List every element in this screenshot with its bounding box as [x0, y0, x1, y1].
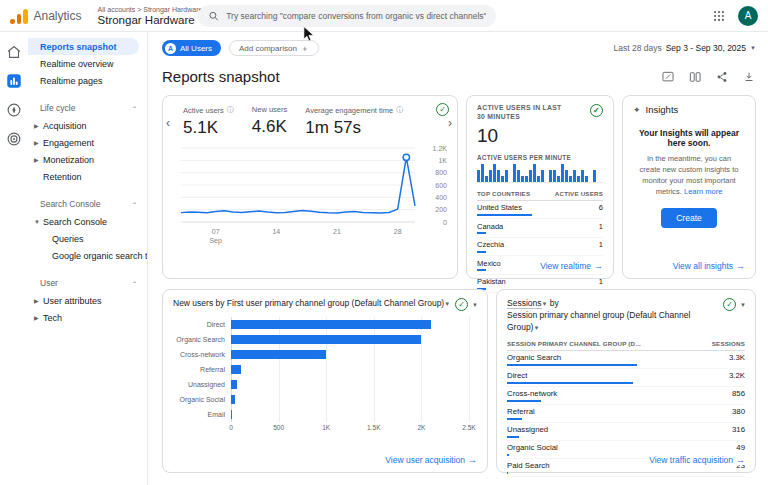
sidebar-item-realtime-pages[interactable]: Realtime pages — [28, 72, 147, 89]
google-analytics-logo-icon — [10, 8, 28, 24]
bar-row — [231, 377, 469, 392]
library-icon[interactable] — [688, 70, 702, 84]
explore-icon[interactable] — [4, 100, 24, 120]
chevron-right-icon[interactable]: ▶ — [34, 314, 43, 321]
chevron-up-icon[interactable]: ⌃ — [132, 201, 137, 208]
data-quality-check-icon[interactable]: ✓ — [436, 103, 449, 116]
key-metrics-card: ✓ ‹ › Active usersⓘ5.1KNew users4.6KAver… — [162, 95, 458, 279]
carousel-right-arrow[interactable]: › — [448, 116, 452, 130]
metric-selector[interactable]: New users — [173, 298, 213, 308]
sidebar-item-acquisition[interactable]: ▶Acquisition — [28, 117, 147, 134]
sidebar-item-user-attributes[interactable]: ▶User attributes — [28, 292, 147, 309]
all-users-chip[interactable]: A All Users — [162, 40, 221, 56]
date-range-preset: Last 28 days — [614, 43, 662, 53]
sidebar-item-label: Search Console — [43, 217, 107, 227]
channel-name: Direct — [507, 371, 633, 380]
chevron-down-icon[interactable]: ▼ — [472, 302, 478, 308]
active-users-30min-value: 10 — [477, 125, 603, 147]
info-icon[interactable]: ⓘ — [396, 105, 403, 115]
view-all-insights-link[interactable]: View all insights → — [673, 261, 745, 271]
sessions-by-text: by — [550, 298, 559, 308]
dimension-selector[interactable]: by First user primary channel group (Def… — [216, 298, 445, 308]
search-bar[interactable] — [198, 5, 496, 27]
svg-text:1.2K: 1.2K — [433, 145, 448, 152]
minute-bar — [529, 170, 532, 182]
bar-organic-search — [231, 335, 421, 344]
chevron-up-icon[interactable]: ⌃ — [132, 105, 137, 112]
insights-card: ✦ Insights Your Insights will appear her… — [622, 95, 756, 279]
create-insight-button[interactable]: Create — [661, 208, 717, 228]
chevron-down-icon[interactable]: ▼ — [740, 302, 746, 308]
sidebar-item-retention[interactable]: Retention — [28, 168, 147, 185]
country-cell: United States — [477, 203, 532, 216]
metric-label: Average engagement timeⓘ — [305, 105, 403, 115]
minute-bar — [553, 170, 556, 182]
metric-label-text: Average engagement time — [305, 106, 393, 115]
sidebar-item-label: Retention — [43, 172, 82, 182]
share-icon[interactable] — [715, 70, 729, 84]
chevron-up-icon[interactable]: ⌃ — [132, 280, 137, 287]
minute-bar — [585, 176, 588, 182]
data-quality-check-icon[interactable]: ✓ — [723, 298, 736, 311]
search-input[interactable] — [226, 11, 486, 21]
country-cell: Pakistan — [477, 277, 506, 290]
channel-name: Referral — [507, 407, 535, 416]
sidebar-item-realtime-overview[interactable]: Realtime overview — [28, 55, 147, 72]
sidebar-item-queries[interactable]: Queries — [28, 230, 147, 247]
active-users-line-chart: 02004006008001K1.2K07Sep142128 — [179, 142, 449, 248]
chevron-expanded-icon[interactable]: ▼ — [34, 219, 43, 225]
svg-text:Sep: Sep — [209, 237, 222, 245]
customize-report-icon[interactable] — [661, 70, 675, 84]
data-quality-check-icon[interactable]: ✓ — [455, 298, 468, 311]
add-comparison-chip[interactable]: Add comparison ＋ — [229, 40, 319, 56]
chevron-right-icon[interactable]: ▶ — [34, 139, 43, 146]
minute-bar — [561, 164, 564, 182]
sidebar-item-monetization[interactable]: ▶Monetization — [28, 151, 147, 168]
chevron-right-icon[interactable]: ▶ — [34, 156, 43, 163]
minute-bar — [593, 170, 596, 182]
learn-more-link[interactable]: Learn more — [684, 187, 722, 196]
x-axis-tick-label: 2K — [417, 424, 425, 431]
sidebar-item-tech[interactable]: ▶Tech — [28, 309, 147, 326]
view-realtime-link[interactable]: View realtime → — [540, 261, 603, 271]
arrow-right-icon: → — [594, 261, 603, 271]
sidebar-item-search-console[interactable]: ▼Search Console — [28, 213, 147, 230]
minute-bar — [533, 164, 536, 182]
country-bar — [477, 251, 486, 253]
advertising-icon[interactable] — [4, 129, 24, 149]
sessions-table-header-row: SESSION PRIMARY CHANNEL GROUP (D... SESS… — [507, 334, 745, 351]
info-icon[interactable]: ⓘ — [227, 105, 234, 115]
view-user-acquisition-link[interactable]: View user acquisition → — [385, 455, 477, 465]
sidebar-item-engagement[interactable]: ▶Engagement — [28, 134, 147, 151]
avatar[interactable]: A — [738, 6, 758, 26]
bar-chart-x-axis: 05001K1.5K2K2.5K — [231, 422, 469, 432]
metric-selector[interactable]: Sessions — [507, 298, 542, 309]
sidebar-section-title: Life cycle⌃ — [28, 97, 147, 117]
view-user-acquisition-label: View user acquisition — [385, 455, 465, 465]
country-row: Czechia1 — [477, 238, 603, 257]
active-users-column-header: ACTIVE USERS — [555, 190, 603, 197]
channel-column-header: SESSION PRIMARY CHANNEL GROUP (D... — [507, 340, 641, 347]
apps-grid-icon[interactable] — [712, 9, 726, 23]
download-icon[interactable] — [742, 70, 756, 84]
date-range-picker[interactable]: Last 28 days Sep 3 - Sep 30, 2025 ▼ — [614, 43, 757, 53]
chevron-right-icon[interactable]: ▶ — [34, 122, 43, 129]
svg-text:21: 21 — [333, 228, 341, 235]
reports-icon[interactable] — [4, 71, 24, 91]
carousel-left-arrow[interactable]: ‹ — [166, 116, 170, 130]
chevron-right-icon[interactable]: ▶ — [34, 297, 43, 304]
sessions-value: 3.2K — [729, 371, 745, 380]
account-switcher[interactable]: All accounts > Strongar Hardware Stronga… — [98, 6, 204, 26]
sidebar-item-label: Reports snapshot — [40, 42, 117, 52]
sidebar-item-reports-snapshot[interactable]: Reports snapshot — [28, 38, 139, 55]
sidebar-section-life-cycle: Life cycle⌃▶Acquisition▶Engagement▶Monet… — [28, 97, 147, 185]
data-quality-check-icon[interactable]: ✓ — [590, 104, 603, 117]
home-icon[interactable] — [4, 42, 24, 62]
channel-bar — [507, 454, 509, 456]
app-name: Analytics — [34, 9, 82, 23]
channel-cell: Organic Search — [507, 353, 637, 366]
insights-title: Insights — [646, 104, 679, 115]
view-traffic-acquisition-link[interactable]: View traffic acquisition → — [649, 455, 745, 465]
sidebar-item-google-organic-search-traf[interactable]: Google organic search traf... — [28, 247, 147, 264]
session-row: Direct3.2K — [507, 369, 745, 387]
